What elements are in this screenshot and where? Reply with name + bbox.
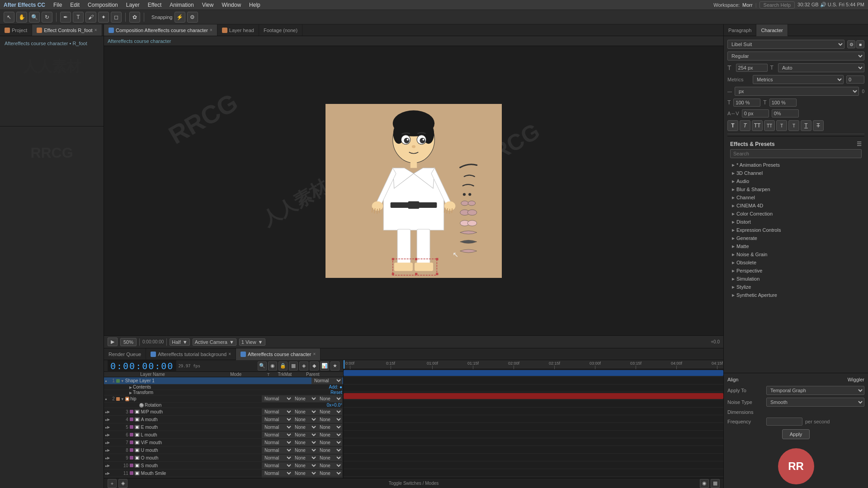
expand-1[interactable] [121,379,124,383]
zoom-tool[interactable]: 🔍 [29,12,40,23]
viewer-zoom-btn[interactable]: 50% [120,338,137,346]
trkmat-9[interactable]: None [292,455,317,461]
font-size-input[interactable] [736,64,768,72]
menu-window[interactable]: Window [218,1,245,9]
metrics-value-input[interactable] [846,75,864,84]
font-size-auto[interactable]: Auto [778,63,864,72]
trkmat-5[interactable]: None [292,424,317,431]
tl-label-btn[interactable]: ▦ [289,361,298,371]
parent-3[interactable]: None [317,408,342,415]
mode-3[interactable]: Normal [262,408,292,415]
select-tool[interactable]: ↖ [4,12,14,23]
menu-layer[interactable]: Layer [123,1,143,9]
mode-11[interactable]: Normal [262,470,292,477]
tl-marker-btn[interactable]: ◆ [310,361,319,371]
expand-4[interactable] [107,418,110,422]
playhead[interactable] [344,360,344,369]
tab-character[interactable]: Character [756,24,788,36]
mode-1[interactable]: Normal [311,377,342,384]
tab-composition[interactable]: Composition Aftereffects course characte… [104,24,217,36]
tracking-left-input[interactable] [733,99,760,107]
apply-wiggler-btn[interactable]: Apply [782,429,810,439]
layer-row-rotation[interactable]: ↻ Rotation 0x+0.0° [104,403,343,408]
trkmat-6[interactable]: None [292,432,317,438]
menu-help[interactable]: Help [245,1,264,9]
menu-effect[interactable]: Effect [144,1,165,9]
viewer-play-btn[interactable]: ▶ [108,338,118,346]
eraser-tool[interactable]: ◻ [111,12,122,23]
tl-bottom-solo[interactable]: ◉ [700,479,709,488]
expand-11[interactable] [107,471,110,475]
effect-cat-9[interactable]: Generate [730,234,862,242]
parent-7[interactable]: None [317,439,342,446]
layer-row-5[interactable]: 5 ▣ E mouth Normal None None [104,423,343,431]
expand-10[interactable] [107,464,110,468]
snapping-toggle[interactable]: ⚡ [175,12,185,23]
snapping-options[interactable]: ⚙ [187,12,198,23]
underline-btn[interactable]: T [801,120,811,131]
trkmat-7[interactable]: None [292,439,317,446]
effect-cat-10[interactable]: Matte [730,242,862,250]
layer-row-2[interactable]: 2 ■ hip Normal None None [104,395,343,403]
tab-footage[interactable]: Footage (none) [259,24,302,36]
views-dropdown[interactable]: 1 View ▼ [239,338,265,346]
effect-cat-5[interactable]: CINEMA 4D [730,202,862,210]
bg-tab-close[interactable]: × [228,352,231,357]
effect-tab-close[interactable]: × [94,28,97,33]
effect-cat-15[interactable]: Stylize [730,283,862,291]
brush-tool[interactable]: 🖌 [85,12,96,23]
tl-solo-btn[interactable]: ◉ [268,361,277,371]
layer-row-transform[interactable]: Transform Reset [104,390,343,395]
italic-btn[interactable]: T [740,120,750,131]
tracking-right-input[interactable] [769,99,797,107]
trkmat-10[interactable]: None [292,462,317,469]
expand-6[interactable] [107,433,110,437]
layer-row-10[interactable]: 10 ▣ S mouth Normal None None [104,462,343,469]
timeline-tab-char[interactable]: Aftereffects course character × [236,348,321,360]
mode-6[interactable]: Normal [262,432,292,438]
expand-contents[interactable] [129,385,132,389]
comp-tab-close[interactable]: × [210,28,212,33]
effect-cat-2[interactable]: Audio [730,177,862,185]
toggle-switches-label[interactable]: Toggle Switches / Modes [389,481,439,486]
parent-11[interactable]: None [317,470,342,477]
layer-row-7[interactable]: 7 ▣ V/F mouth Normal None None [104,439,343,446]
menu-view[interactable]: View [198,1,217,9]
menu-composition[interactable]: Composition [84,1,122,9]
parent-10[interactable]: None [317,462,342,469]
rotate-tool[interactable]: ↻ [42,12,52,23]
timeline-tab-bg[interactable]: Aftereffects tutorial background × [146,348,236,360]
vert-scale-input[interactable] [742,109,769,117]
effects-search[interactable] [730,149,862,158]
tl-bottom-render[interactable]: ▦ [711,479,720,488]
font-col-btn[interactable]: ■ [856,40,864,48]
mode-10[interactable]: Normal [262,462,292,469]
parent-5[interactable]: None [317,424,342,431]
layer-row-contents[interactable]: Contents Add: ● [104,385,343,390]
layer-row-9[interactable]: 9 ▣ O mouth Normal None None [104,454,343,462]
metrics-dropdown[interactable]: Metrics [753,75,844,84]
effect-cat-13[interactable]: Perspective [730,267,862,275]
mode-7[interactable]: Normal [262,439,292,446]
effect-cat-8[interactable]: Expression Controls [730,226,862,234]
tl-search-btn[interactable]: 🔍 [258,361,267,371]
hand-tool[interactable]: ✋ [16,12,27,23]
workspace-value[interactable]: Morr [742,2,753,8]
expand-5[interactable] [107,425,110,429]
tab-project[interactable]: Project [0,24,32,36]
mode-9[interactable]: Normal [262,455,292,461]
frequency-input[interactable]: 5.0 [766,418,802,426]
effect-cat-12[interactable]: Obsolete [730,258,862,267]
effect-cat-3[interactable]: Blur & Sharpen [730,185,862,193]
menu-edit[interactable]: Edit [66,1,83,9]
sub-btn[interactable]: T [788,120,799,131]
parent-9[interactable]: None [317,455,342,461]
layer-row-6[interactable]: 6 ▣ L mouth Normal None None [104,431,343,439]
view-mode-dropdown[interactable]: Active Camera ▼ [193,338,236,346]
bold-btn[interactable]: T [727,120,738,131]
expand-7[interactable] [107,441,110,445]
search-help-input[interactable]: Search Help [760,1,795,9]
font-family-dropdown[interactable]: Libel Suit [727,40,844,49]
pen-tool[interactable]: ✒ [60,12,71,23]
mode-2[interactable]: Normal [262,395,292,402]
